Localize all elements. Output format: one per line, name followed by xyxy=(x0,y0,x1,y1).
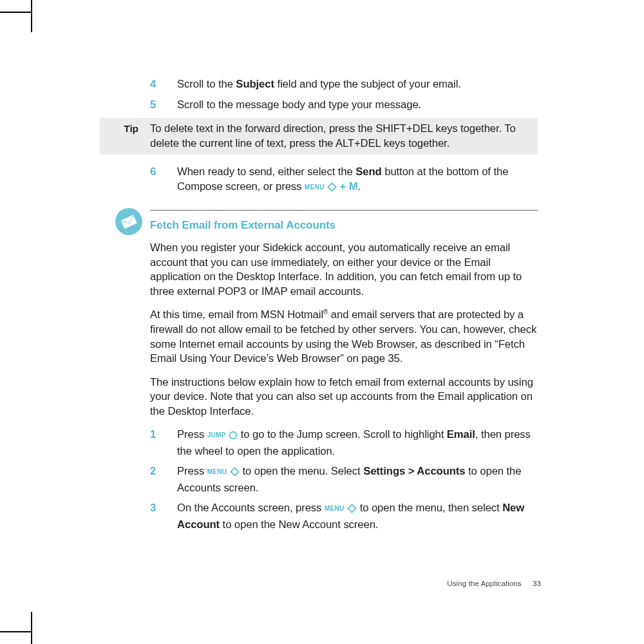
tip-text: To delete text in the forward direction,… xyxy=(150,122,538,151)
step-body: Scroll to the message body and type your… xyxy=(177,98,538,113)
crop-mark xyxy=(31,612,32,644)
step-body: Press JUMP to go to the Jump screen. Scr… xyxy=(177,428,538,459)
step-2: 2 Press MENU to open the menu. Select Se… xyxy=(150,464,538,495)
dot: . xyxy=(358,180,361,193)
tip-box: Tip To delete text in the forward direct… xyxy=(100,118,538,155)
menu-label: MENU xyxy=(207,468,227,475)
step-4: 4 Scroll to the Subject field and type t… xyxy=(150,77,538,92)
bold: Settings > Accounts xyxy=(363,465,465,477)
svg-rect-8 xyxy=(348,505,356,513)
circle-icon xyxy=(229,430,238,444)
section-heading: Fetch Email from External Accounts xyxy=(150,218,538,233)
page-footer: Using the Applications 33 xyxy=(151,580,541,587)
step-number: 6 xyxy=(150,165,177,196)
crop-mark xyxy=(0,12,32,13)
text: On the Accounts screen, press xyxy=(177,502,325,514)
text: to go to the Jump screen. Scroll to high… xyxy=(238,428,447,440)
step-body: Press MENU to open the menu. Select Sett… xyxy=(177,464,538,495)
text: to open the menu, then select xyxy=(357,502,502,514)
m-key: M xyxy=(349,180,358,193)
text: At this time, email from MSN Hotmail xyxy=(150,308,323,321)
email-icon xyxy=(115,208,142,235)
tip-label: Tip xyxy=(100,122,150,136)
footer-section: Using the Applications xyxy=(447,580,521,587)
step-number: 4 xyxy=(150,77,177,92)
paragraph: When you register your Sidekick account,… xyxy=(150,241,538,299)
step-number: 2 xyxy=(150,464,177,495)
svg-point-6 xyxy=(230,432,237,439)
text: Scroll to the xyxy=(177,78,236,90)
step-5: 5 Scroll to the message body and type yo… xyxy=(150,98,538,113)
svg-rect-0 xyxy=(328,183,336,191)
page-content: 4 Scroll to the Subject field and type t… xyxy=(100,77,538,538)
bold: Subject xyxy=(236,78,274,90)
step-body: Scroll to the Subject field and type the… xyxy=(177,77,538,92)
svg-rect-7 xyxy=(231,468,238,476)
paragraph: The instructions below explain how to fe… xyxy=(150,375,538,419)
text: When ready to send, either select the xyxy=(177,166,355,178)
fetch-email-section: Fetch Email from External Accounts When … xyxy=(150,210,538,532)
text: field and type the subject of your email… xyxy=(274,78,461,90)
step-body: When ready to send, either select the Se… xyxy=(177,165,538,196)
step-6: 6 When ready to send, either select the … xyxy=(150,165,538,196)
step-number: 5 xyxy=(150,98,177,113)
crop-mark xyxy=(0,631,32,632)
step-1: 1 Press JUMP to go to the Jump screen. S… xyxy=(150,428,538,459)
paragraph: At this time, email from MSN Hotmail® an… xyxy=(150,308,538,366)
step-body: On the Accounts screen, press MENU to op… xyxy=(177,501,538,532)
crop-mark xyxy=(31,0,32,32)
step-3: 3 On the Accounts screen, press MENU to … xyxy=(150,501,538,532)
text: Press xyxy=(177,465,207,477)
text: to open the menu. Select xyxy=(240,465,363,477)
bold: Send xyxy=(355,166,381,178)
menu-label: MENU xyxy=(305,184,325,191)
section-rule xyxy=(150,210,538,211)
diamond-icon xyxy=(230,466,240,481)
menu-label: MENU xyxy=(325,505,345,512)
text: to open the New Account screen. xyxy=(220,518,378,531)
plus: + xyxy=(340,180,349,193)
step-number: 3 xyxy=(150,501,177,532)
text: Scroll to the message body and type your… xyxy=(177,99,421,111)
diamond-icon xyxy=(327,182,337,196)
page-number: 33 xyxy=(533,580,541,587)
jump-label: JUMP xyxy=(207,431,226,439)
diamond-icon xyxy=(347,503,357,518)
bold: Email xyxy=(447,428,475,440)
text: Press xyxy=(177,428,207,440)
step-number: 1 xyxy=(150,428,177,459)
